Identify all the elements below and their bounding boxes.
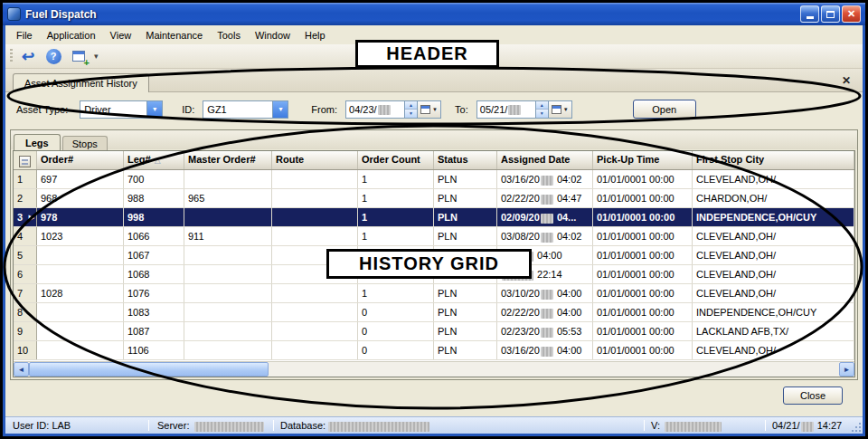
grid-row-8[interactable]: 810830PLN02/22/20 04:0001/01/0001 00:00I… xyxy=(14,303,854,322)
spin-down-icon[interactable]: ▼ xyxy=(405,110,417,118)
grid-row-4[interactable]: 4102310669111PLN03/08/20 04:0201/01/0001… xyxy=(14,227,854,246)
column-header-route[interactable]: Route xyxy=(272,151,358,169)
tab-close-icon[interactable]: ✕ xyxy=(837,74,855,87)
from-date-spinner[interactable]: ▲ ▼ xyxy=(405,100,418,119)
calendar-dropdown-icon: ▼ xyxy=(432,107,438,112)
cell-pickup: 01/01/0001 00:00 xyxy=(593,284,693,302)
column-header-first-stop-city[interactable]: First Stop City xyxy=(693,151,854,169)
status-version-value xyxy=(664,420,722,432)
statusbar-separator xyxy=(765,420,766,431)
column-header-order[interactable]: Order# xyxy=(37,151,124,169)
asset-type-select[interactable]: Driver ▼ xyxy=(80,100,163,119)
menu-item-file[interactable]: File xyxy=(9,27,40,43)
toolbar-grip[interactable] xyxy=(10,49,13,63)
scrollbar-track[interactable] xyxy=(269,362,839,377)
help-icon[interactable]: ? xyxy=(43,46,63,66)
row-selector[interactable]: 10 xyxy=(14,341,37,359)
grid-row-3[interactable]: 3▶9789981PLN02/09/20 04...01/01/0001 00:… xyxy=(14,208,854,227)
column-header-master-order[interactable]: Master Order# xyxy=(184,151,272,169)
cell-route xyxy=(272,322,358,340)
minimize-button[interactable] xyxy=(800,5,819,23)
cell-order xyxy=(37,322,124,340)
cell-count: 1 xyxy=(358,189,434,207)
tab-stops[interactable]: Stops xyxy=(62,136,108,150)
id-dropdown-icon[interactable]: ▼ xyxy=(272,101,288,118)
cell-leg: 1067 xyxy=(124,246,184,264)
cell-master xyxy=(184,341,272,359)
annotation-header-label: HEADER xyxy=(355,40,499,68)
column-header-status[interactable]: Status xyxy=(434,151,497,169)
menu-item-application[interactable]: Application xyxy=(40,27,103,43)
row-selector[interactable]: 3▶ xyxy=(14,208,37,226)
row-selector[interactable]: 7 xyxy=(14,284,37,302)
scrollbar-thumb[interactable] xyxy=(29,362,269,377)
column-header-assigned-date[interactable]: Assigned Date xyxy=(497,151,593,169)
statusbar-separator xyxy=(644,420,645,431)
cell-leg: 1066 xyxy=(124,227,184,245)
menu-item-view[interactable]: View xyxy=(103,27,139,43)
resize-grip-icon[interactable] xyxy=(850,421,862,433)
cell-pickup: 01/01/0001 00:00 xyxy=(593,303,693,321)
grid-row-2[interactable]: 29689889651PLN02/22/20 04:4701/01/0001 0… xyxy=(14,189,854,208)
grid-row-9[interactable]: 910870PLN02/23/20 05:5301/01/0001 00:00L… xyxy=(14,322,854,341)
status-version-label: V: xyxy=(651,420,660,431)
spin-down-icon[interactable]: ▼ xyxy=(536,110,548,118)
statusbar-separator xyxy=(273,420,274,431)
column-header-pick-up-time[interactable]: Pick-Up Time xyxy=(593,151,693,169)
column-header-order-count[interactable]: Order Count xyxy=(358,151,434,169)
cell-city: CLEVELAND,OH/ xyxy=(693,341,854,359)
footer-bar: Close xyxy=(5,380,863,416)
row-selector[interactable]: 4 xyxy=(14,227,37,245)
grid-row-7[interactable]: 7102810761PLN03/10/20 04:0001/01/0001 00… xyxy=(14,284,854,303)
cell-status: PLN xyxy=(434,303,497,321)
row-selector[interactable]: 2 xyxy=(14,189,37,207)
toolbar-overflow-icon[interactable]: ▾ xyxy=(94,52,99,61)
field-chooser-cell[interactable] xyxy=(14,151,37,169)
spin-up-icon[interactable]: ▲ xyxy=(405,101,417,110)
close-button[interactable]: Close xyxy=(783,387,843,405)
horizontal-scrollbar[interactable]: ◄ ► xyxy=(14,361,854,377)
from-calendar-button[interactable]: ▼ xyxy=(418,100,441,119)
cell-count: 1 xyxy=(358,208,434,226)
back-icon[interactable]: ↩ xyxy=(18,46,38,66)
statusbar-separator xyxy=(148,420,149,431)
to-date-spinner[interactable]: ▲ ▼ xyxy=(536,100,549,119)
cell-order xyxy=(37,265,124,283)
grid-row-10[interactable]: 1011060PLN03/16/20 04:0001/01/0001 00:00… xyxy=(14,341,854,360)
column-header-leg[interactable]: Leg#△ xyxy=(124,151,184,169)
menu-item-window[interactable]: Window xyxy=(248,27,297,43)
cell-pickup: 01/01/0001 00:00 xyxy=(593,246,693,264)
maximize-button[interactable] xyxy=(821,5,840,23)
row-selector[interactable]: 8 xyxy=(14,303,37,321)
row-selector[interactable]: 5 xyxy=(14,246,37,264)
status-database-label: Database: xyxy=(280,420,326,431)
row-selector[interactable]: 9 xyxy=(14,322,37,340)
cell-city: CHARDON,OH/ xyxy=(693,189,854,207)
new-window-icon[interactable]: + xyxy=(69,46,89,66)
to-calendar-button[interactable]: ▼ xyxy=(549,100,572,119)
cell-city: CLEVELAND,OH/ xyxy=(693,170,854,188)
scroll-right-icon[interactable]: ► xyxy=(839,362,854,377)
grid-row-1[interactable]: 16977001PLN03/16/20 04:0201/01/0001 00:0… xyxy=(14,170,854,189)
open-button[interactable]: Open xyxy=(633,100,696,119)
menu-item-maintenance[interactable]: Maintenance xyxy=(138,27,210,43)
spin-up-icon[interactable]: ▲ xyxy=(536,101,548,110)
tab-asset-assignment-history[interactable]: Asset Assignment History xyxy=(13,73,149,92)
tab-legs[interactable]: Legs xyxy=(14,134,61,150)
from-date-input[interactable]: 04/23/ xyxy=(345,100,405,119)
from-label: From: xyxy=(311,104,337,115)
cell-master xyxy=(184,284,272,302)
row-selector[interactable]: 6 xyxy=(14,265,37,283)
menu-item-tools[interactable]: Tools xyxy=(210,27,248,43)
id-select[interactable]: GZ1 ▼ xyxy=(203,100,288,119)
cell-city: INDEPENDENCE,OH/CUY xyxy=(693,303,854,321)
cell-pickup: 01/01/0001 00:00 xyxy=(593,227,693,245)
menu-item-help[interactable]: Help xyxy=(297,27,333,43)
field-chooser-icon[interactable] xyxy=(19,156,31,167)
to-date-input[interactable]: 05/21/ xyxy=(476,100,536,119)
close-window-button[interactable]: ✕ xyxy=(842,5,861,23)
scroll-left-icon[interactable]: ◄ xyxy=(14,362,29,377)
row-selector[interactable]: 1 xyxy=(14,170,37,188)
cell-master xyxy=(184,303,272,321)
asset-type-dropdown-icon[interactable]: ▼ xyxy=(146,101,162,118)
